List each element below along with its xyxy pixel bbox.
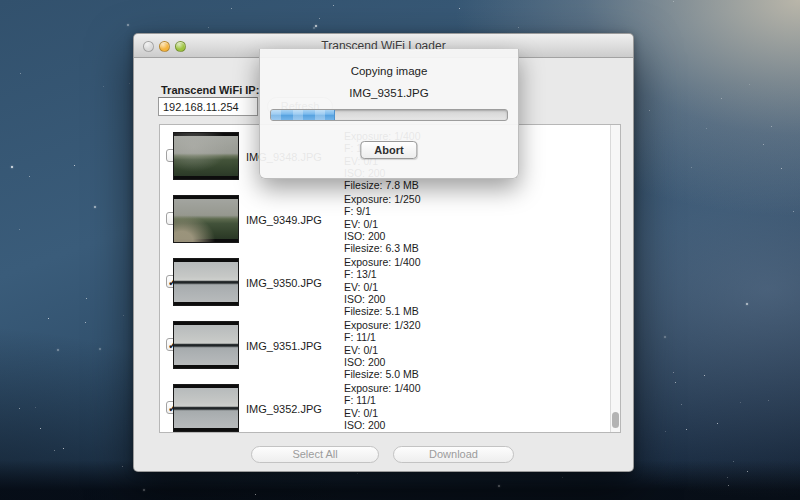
exif-line: ISO: 200 <box>344 419 420 431</box>
star <box>127 24 129 26</box>
star <box>103 86 104 87</box>
star <box>19 408 20 409</box>
image-thumbnail <box>173 384 239 432</box>
star <box>733 461 734 462</box>
star <box>498 485 500 487</box>
star <box>459 8 460 9</box>
star <box>143 489 145 491</box>
list-item: ✓ IMG_9351.JPG Exposure: 1/320F: 11/1EV:… <box>160 314 620 377</box>
exif-line: ISO: 200 <box>344 293 420 305</box>
star <box>231 8 232 9</box>
image-thumbnail <box>173 195 239 243</box>
exif-line: EV: 0/1 <box>344 344 420 356</box>
image-filename: IMG_9352.JPG <box>246 403 322 415</box>
star <box>208 27 209 28</box>
exif-line: F: 11/1 <box>344 394 420 406</box>
image-exif-info: Exposure: 1/400F: 13/1EV: 0/1ISO: 200Fil… <box>344 256 420 317</box>
star <box>20 73 21 74</box>
star <box>664 336 666 338</box>
image-thumbnail <box>173 321 239 369</box>
star <box>122 466 123 467</box>
star <box>704 375 705 376</box>
exif-line: F: 13/1 <box>344 268 420 280</box>
star <box>727 477 728 478</box>
exif-line: Exposure: 1/400 <box>344 382 420 394</box>
star <box>29 176 30 177</box>
star <box>728 485 729 486</box>
star <box>681 404 682 405</box>
exif-line: Filesize: 5.2 MB <box>344 431 420 433</box>
copy-progress-dialog: Copying image IMG_9351.JPG Abort <box>259 49 519 179</box>
star <box>746 303 748 305</box>
image-filename: IMG_9350.JPG <box>246 277 322 289</box>
abort-button[interactable]: Abort <box>360 141 417 159</box>
star <box>129 83 130 84</box>
star <box>255 494 256 495</box>
list-item: ✓ IMG_9350.JPG Exposure: 1/400F: 13/1EV:… <box>160 251 620 314</box>
star <box>313 27 315 29</box>
star <box>40 428 41 429</box>
star <box>691 167 692 168</box>
progress-bar <box>270 109 508 121</box>
star <box>768 400 769 401</box>
scrollbar-thumb[interactable] <box>612 412 619 428</box>
star <box>771 126 772 127</box>
star <box>86 298 87 299</box>
exif-line: Exposure: 1/400 <box>344 256 420 268</box>
progress-bar-fill <box>271 110 335 120</box>
star <box>562 477 563 478</box>
star <box>717 423 718 424</box>
select-all-button[interactable]: Select All <box>251 446 379 463</box>
star <box>123 315 124 316</box>
star <box>706 128 707 129</box>
star <box>315 25 317 27</box>
dialog-filename: IMG_9351.JPG <box>260 87 518 99</box>
image-exif-info: Exposure: 1/400F: 11/1EV: 0/1ISO: 200Fil… <box>344 382 420 433</box>
star <box>11 166 13 168</box>
star <box>675 382 676 383</box>
exif-line: EV: 0/1 <box>344 218 420 230</box>
star <box>319 18 320 19</box>
image-exif-info: Exposure: 1/250F: 9/1EV: 0/1ISO: 200File… <box>344 193 420 254</box>
star <box>649 110 650 111</box>
star <box>673 1 674 2</box>
star <box>333 5 334 6</box>
list-item: ✓ IMG_9352.JPG Exposure: 1/400F: 11/1EV:… <box>160 377 620 433</box>
image-filename: IMG_9349.JPG <box>246 214 322 226</box>
star <box>48 318 49 319</box>
exif-line: EV: 0/1 <box>344 407 420 419</box>
star <box>518 27 519 28</box>
star <box>686 429 687 430</box>
star <box>63 448 64 449</box>
star <box>673 372 674 373</box>
dialog-title: Copying image <box>260 65 518 77</box>
scrollbar-track[interactable] <box>610 125 620 432</box>
star <box>740 402 741 403</box>
star <box>57 349 59 351</box>
exif-line: EV: 0/1 <box>344 281 420 293</box>
exif-line: F: 11/1 <box>344 331 420 343</box>
exif-line: F: 9/1 <box>344 205 420 217</box>
ip-input[interactable] <box>158 97 258 116</box>
exif-line: Exposure: 1/320 <box>344 319 420 331</box>
ip-label: Transcend WiFi IP: <box>161 84 259 96</box>
star <box>665 431 666 432</box>
star <box>99 348 101 350</box>
star <box>781 168 782 169</box>
star <box>747 471 748 472</box>
download-button[interactable]: Download <box>393 446 514 463</box>
exif-line: ISO: 200 <box>344 356 420 368</box>
image-thumbnail <box>173 258 239 306</box>
list-item: IMG_9349.JPG Exposure: 1/250F: 9/1EV: 0/… <box>160 188 620 251</box>
star <box>357 473 358 474</box>
star <box>74 165 75 166</box>
image-thumbnail <box>173 132 239 180</box>
star <box>94 206 96 208</box>
star <box>85 322 86 323</box>
star <box>35 407 36 408</box>
image-exif-info: Exposure: 1/320F: 11/1EV: 0/1ISO: 200Fil… <box>344 319 420 380</box>
star <box>763 144 764 145</box>
app-window: Transcend WiFi Loader Transcend WiFi IP:… <box>133 33 634 472</box>
star <box>749 84 750 85</box>
image-filename: IMG_9351.JPG <box>246 340 322 352</box>
